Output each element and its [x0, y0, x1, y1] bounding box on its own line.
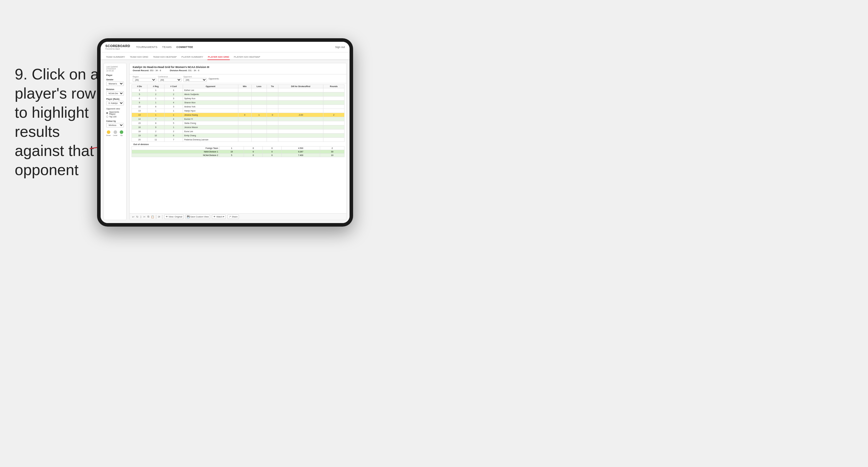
col-div: # Div: [132, 85, 147, 88]
legend-up: Up: [120, 130, 123, 136]
view-original-button[interactable]: 👁 View: Original: [164, 215, 184, 219]
region-filter-group: Region (All): [133, 75, 156, 82]
tab-player-summary[interactable]: PLAYER SUMMARY: [181, 55, 204, 60]
view-icon: 👁: [166, 215, 168, 218]
sign-out-button[interactable]: Sign out: [335, 45, 345, 49]
legend-level: Level: [113, 130, 117, 136]
tab-team-h2h-heatmap[interactable]: TEAM H2H HEATMAP: [152, 55, 178, 60]
table-row[interactable]: 311Esther Lee: [132, 88, 345, 92]
table-row[interactable]: 1311Jessica Huang010-3.002: [132, 113, 345, 117]
annotation-text: 9. Click on a player's row to highlight …: [15, 65, 100, 180]
nav-committee[interactable]: COMMITTEE: [177, 45, 193, 49]
gender-select[interactable]: Women's: [106, 82, 124, 86]
legend-dot-level: [114, 130, 117, 134]
logo: SCOREBOARD Powered by clippd: [105, 44, 130, 50]
scissors-icon[interactable]: ✂: [143, 215, 146, 218]
toolbar-sep1: [156, 215, 156, 219]
player-label: Player: [106, 74, 124, 76]
region-label: Region: [133, 75, 156, 78]
toolbar-sep2: [162, 215, 162, 219]
tab-player-h2h-heatmap[interactable]: PLAYER H2H HEATMAP: [233, 55, 261, 60]
gender-label: Gender: [106, 79, 124, 81]
table-row[interactable]: 1063Andrea York: [132, 105, 345, 109]
undo-icon[interactable]: ↩: [132, 215, 134, 218]
out-table: Foreign Team1004.5002NAIA Division 11500…: [131, 146, 345, 157]
table-row[interactable]: 19106Emily Chang: [132, 133, 345, 138]
second-nav: TEAM SUMMARY TEAM H2H GRID TEAM H2H HEAT…: [101, 52, 349, 60]
col-loss: Loss: [251, 85, 267, 88]
table-row[interactable]: 1691Jessica Mason: [132, 125, 345, 129]
conference-label: Conference: [158, 75, 182, 78]
player-rank-section: Player (Rank) 8. Katelyn Vo: [106, 98, 124, 105]
nav-teams[interactable]: TEAMS: [162, 45, 172, 49]
table-row[interactable]: 20117Federica Domecq Lacroze: [132, 138, 345, 142]
table-row[interactable]: 613Sydney Kuo: [132, 96, 345, 101]
radio-top100[interactable]: Top 100: [106, 116, 124, 118]
share-button[interactable]: ↗ Share: [227, 215, 239, 219]
conference-filter-group: Conference (All): [158, 75, 182, 82]
out-of-division-label: Out of division: [131, 142, 345, 146]
bottom-toolbar: ↩ ↻ ⟩ ✂ ⧉ 📋 ⟳ 👁 View: Original 💾 S: [130, 213, 346, 220]
division-select[interactable]: NCAA Division III: [106, 91, 124, 96]
colour-by-select[interactable]: Win/loss: [106, 123, 124, 127]
conference-select[interactable]: (All): [158, 78, 182, 82]
table-row[interactable]: 1822Euna Lee: [132, 129, 345, 133]
division-label: Division: [106, 88, 124, 90]
region-select[interactable]: (All): [133, 78, 156, 82]
opponent-filter-label: Opponent: [183, 75, 207, 78]
last-updated: Last Updated: 27/03/2024 16:55:38: [106, 66, 124, 72]
colour-by-section: Colour by Win/loss: [106, 120, 124, 127]
forward-icon[interactable]: ⟩: [141, 215, 142, 218]
share-icon: ↗: [229, 215, 231, 218]
save-icon: 💾: [187, 215, 189, 218]
tab-team-summary[interactable]: TEAM SUMMARY: [105, 55, 126, 60]
copy-icon[interactable]: ⧉: [147, 215, 149, 218]
legend-dot-down: [107, 130, 110, 134]
main-table: # Div # Reg # Conf Opponent Win Loss Tie…: [131, 85, 345, 142]
table-row[interactable]: 1585Stella Cheng: [132, 121, 345, 125]
nav-tournaments[interactable]: TOURNAMENTS: [136, 45, 157, 49]
paste-icon[interactable]: 📋: [151, 215, 154, 218]
watch-icon: 👁: [213, 215, 216, 218]
logo-text: SCOREBOARD: [105, 44, 130, 48]
tab-team-h2h-grid[interactable]: TEAM H2H GRID: [129, 55, 149, 60]
out-table-row[interactable]: NAIA Division 115009.26730: [132, 150, 345, 154]
tablet-frame: SCOREBOARD Powered by clippd TOURNAMENTS…: [97, 38, 353, 226]
division-section: Division NCAA Division III: [106, 88, 124, 96]
col-conf: # Conf: [164, 85, 183, 88]
opponents-label: Opponents:: [209, 78, 219, 80]
player-rank-select[interactable]: 8. Katelyn Vo: [106, 101, 124, 105]
save-custom-button[interactable]: 💾 Save Custom View: [185, 215, 210, 219]
watch-button[interactable]: 👁 Watch ▾: [212, 215, 226, 219]
col-rounds: Rounds: [323, 85, 344, 88]
radio-opponents-played[interactable]: Opponents Played: [106, 111, 124, 115]
main-content: Last Updated: 27/03/2024 16:55:38 Player…: [101, 60, 349, 223]
table-row[interactable]: 1311Haeijo Hyun: [132, 109, 345, 113]
table-row[interactable]: 522Alexis Sudjianto: [132, 92, 345, 96]
grid-content: Katelyn Vo Head-to-Head Grid for Women's…: [129, 63, 347, 220]
player-rank-label: Player (Rank): [106, 98, 124, 100]
opponent-select[interactable]: (All): [183, 78, 207, 82]
redo-icon[interactable]: ↻: [136, 215, 138, 218]
col-opponent: Opponent: [183, 85, 238, 88]
grid-title: Katelyn Vo Head-to-Head Grid for Women's…: [133, 66, 343, 68]
radio-dot-top100: [106, 116, 108, 118]
gender-section: Gender Women's: [106, 79, 124, 86]
grid-table-wrapper: # Div # Reg # Conf Opponent Win Loss Tie…: [130, 83, 346, 213]
out-table-row[interactable]: Foreign Team1004.5002: [132, 147, 345, 150]
out-table-row[interactable]: NCAA Division 25007.40010: [132, 154, 345, 157]
table-row[interactable]: 914Sharon Mun: [132, 101, 345, 105]
top-nav: SCOREBOARD Powered by clippd TOURNAMENTS…: [101, 42, 349, 52]
legend: Down Level Up: [106, 130, 124, 136]
col-tie: Tie: [267, 85, 278, 88]
legend-dot-up: [120, 130, 123, 134]
refresh-icon[interactable]: ⟳: [158, 215, 160, 218]
col-reg: # Reg: [147, 85, 164, 88]
player-section: Player: [106, 74, 124, 76]
table-header-row: # Div # Reg # Conf Opponent Win Loss Tie…: [132, 85, 345, 88]
col-diff: Diff Av Strokes/Rnd: [278, 85, 323, 88]
overall-record: Overall Record: 353 - 34 - 6: [133, 69, 161, 72]
table-row[interactable]: 1474Eunice Yi: [132, 117, 345, 121]
tab-player-h2h-grid[interactable]: PLAYER H2H GRID: [208, 55, 230, 60]
colour-by-label: Colour by: [106, 120, 124, 122]
